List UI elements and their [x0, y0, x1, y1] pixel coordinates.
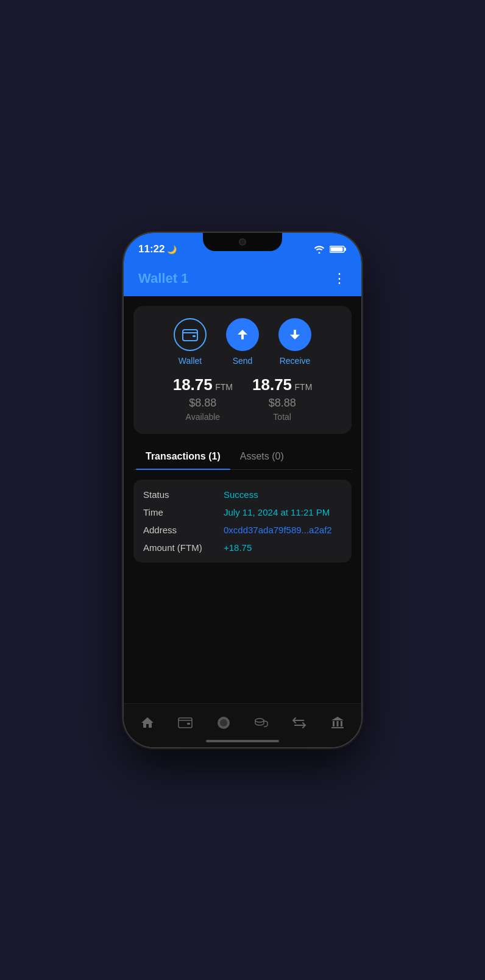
svg-rect-15 [333, 721, 335, 726]
status-label: Status [143, 489, 216, 500]
svg-rect-2 [331, 247, 343, 252]
balance-row: 18.75 FTM $8.88 Available 18.75 FTM $8.8… [146, 375, 339, 422]
wallet-action-label: Wallet [179, 356, 202, 366]
tab-assets[interactable]: Assets (0) [230, 444, 294, 469]
tabs: Transactions (1) Assets (0) [133, 444, 352, 470]
time-label: Time [143, 507, 216, 517]
svg-marker-14 [331, 717, 344, 720]
svg-rect-6 [294, 330, 296, 335]
tx-amount-row: Amount (FTM) +18.75 [143, 542, 342, 553]
main-scroll: Wallet Send [124, 296, 361, 703]
coins-icon [254, 715, 269, 730]
nav-circle[interactable] [211, 711, 236, 735]
svg-point-10 [220, 719, 227, 726]
menu-button[interactable]: ⋮ [333, 271, 347, 286]
svg-rect-4 [193, 335, 196, 337]
home-icon [140, 715, 155, 730]
svg-rect-1 [345, 248, 347, 251]
camera [239, 238, 246, 246]
svg-rect-18 [331, 727, 344, 728]
receive-action-label: Receive [280, 356, 311, 366]
moon-icon: 🌙 [167, 245, 177, 254]
tx-address-row: Address 0xcdd37ada79f589...a2af2 [143, 525, 342, 535]
svg-rect-16 [336, 721, 338, 726]
action-buttons: Wallet Send [174, 318, 311, 366]
wifi-icon [314, 245, 325, 254]
app-header: Wallet 1 ⋮ [124, 263, 361, 296]
wallet-nav-icon [178, 716, 193, 730]
time-value: July 11, 2024 at 11:21 PM [224, 507, 342, 517]
receive-action-button[interactable]: Receive [278, 318, 311, 366]
nav-home[interactable] [135, 711, 160, 735]
nav-exchange[interactable] [287, 711, 311, 735]
total-usd: $8.88 [269, 397, 296, 410]
phone-frame: 11:22 🌙 Wallet 1 ⋮ [124, 233, 361, 747]
wallet-card: Wallet Send [133, 306, 352, 434]
send-action-button[interactable]: Send [226, 318, 259, 366]
time-text: 11:22 [138, 243, 165, 255]
wallet-action-button[interactable]: Wallet [174, 318, 207, 366]
nav-coins[interactable] [249, 711, 274, 735]
tx-time-row: Time July 11, 2024 at 11:21 PM [143, 507, 342, 517]
header-title: Wallet 1 [138, 271, 188, 286]
status-time: 11:22 🌙 [138, 243, 177, 255]
nav-bank[interactable] [325, 711, 350, 735]
tab-transactions[interactable]: Transactions (1) [136, 444, 230, 469]
home-indicator [206, 740, 279, 742]
notch [203, 233, 282, 251]
wallet-icon-circle [174, 318, 207, 351]
total-balance: 18.75 FTM $8.88 Total [252, 375, 312, 422]
svg-rect-7 [179, 718, 192, 728]
available-balance: 18.75 FTM $8.88 Available [173, 375, 233, 422]
svg-rect-8 [187, 723, 190, 725]
available-usd: $8.88 [189, 397, 216, 410]
address-value: 0xcdd37ada79f589...a2af2 [224, 525, 342, 535]
available-label: Available [186, 412, 221, 422]
total-label: Total [273, 412, 291, 422]
battery-icon [330, 245, 347, 254]
status-value: Success [224, 489, 342, 500]
svg-rect-3 [183, 330, 197, 341]
transaction-card: Status Success Time July 11, 2024 at 11:… [133, 480, 352, 563]
address-label: Address [143, 525, 216, 535]
status-icons [314, 245, 347, 254]
nav-wallet[interactable] [173, 711, 197, 734]
amount-value: +18.75 [224, 542, 342, 553]
receive-icon [288, 327, 302, 342]
bank-icon [330, 715, 345, 730]
available-amount: 18.75 FTM [173, 375, 233, 394]
exchange-icon [292, 715, 306, 730]
wallet-icon [182, 328, 198, 341]
svg-rect-5 [241, 335, 244, 339]
circle-icon [216, 715, 231, 730]
screen: 11:22 🌙 Wallet 1 ⋮ [124, 233, 361, 747]
tx-status-row: Status Success [143, 489, 342, 500]
send-action-label: Send [233, 356, 253, 366]
send-icon-circle [226, 318, 259, 351]
total-amount: 18.75 FTM [252, 375, 312, 394]
svg-rect-17 [341, 721, 342, 726]
send-icon [235, 327, 250, 342]
receive-icon-circle [278, 318, 311, 351]
svg-point-11 [255, 719, 264, 722]
amount-label: Amount (FTM) [143, 542, 216, 553]
